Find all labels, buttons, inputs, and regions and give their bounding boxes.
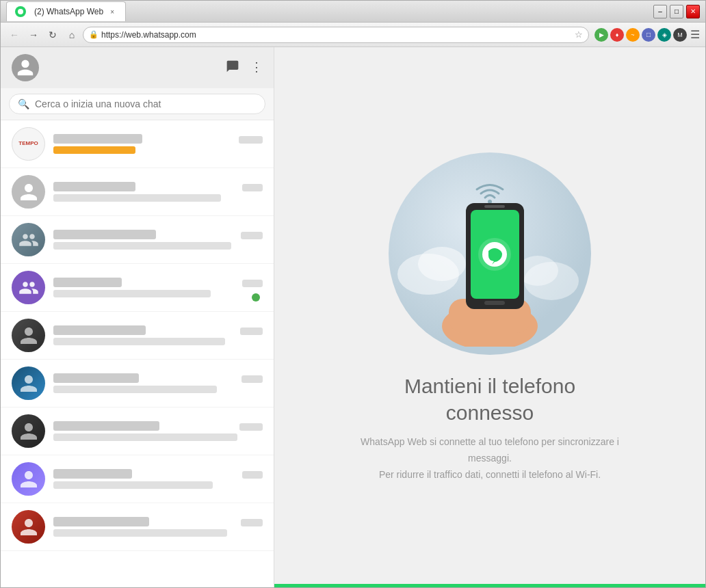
chat-name	[53, 278, 122, 287]
chat-item[interactable]	[1, 503, 274, 551]
chat-info	[53, 230, 263, 250]
search-bar: 🔍	[1, 88, 274, 120]
back-button[interactable]: ←	[6, 27, 23, 43]
chat-avatar	[12, 510, 45, 544]
browser-tab[interactable]: (2) WhatsApp Web ×	[6, 1, 126, 21]
search-icon: 🔍	[18, 98, 29, 109]
sidebar: ⋮ 🔍 TEMPO	[1, 47, 274, 587]
nav-extensions: ▶ ♦ ~ □ ◈ M ☰	[594, 28, 700, 42]
chat-time	[242, 184, 263, 191]
ext-btn-3[interactable]: ~	[626, 28, 640, 42]
chat-avatar	[12, 319, 45, 352]
chat-info	[53, 421, 263, 441]
ext-btn-4[interactable]: □	[642, 28, 655, 42]
chat-avatar	[12, 414, 45, 448]
chat-avatar	[12, 223, 45, 256]
chat-item[interactable]	[1, 312, 274, 360]
chat-avatar	[12, 462, 45, 496]
search-input[interactable]	[35, 98, 257, 109]
main-subtitle: WhatsApp Web si connette al tuo telefono…	[339, 434, 640, 483]
chat-time	[242, 280, 263, 287]
chat-info	[53, 278, 263, 297]
nav-bar: ← → ↻ ⌂ 🔒 https://web.whatsapp.com ☆ ▶ ♦…	[1, 23, 705, 47]
chat-avatar	[12, 175, 45, 209]
title-bar: (2) WhatsApp Web × – □ ✕	[1, 1, 705, 23]
ext-btn-6[interactable]: M	[673, 28, 687, 42]
ssl-lock-icon: 🔒	[89, 30, 99, 39]
chat-time	[240, 328, 263, 335]
chat-name	[53, 421, 159, 431]
chat-info	[53, 134, 263, 154]
chat-preview	[53, 338, 225, 345]
new-chat-icon[interactable]	[226, 59, 239, 77]
chat-preview	[53, 194, 221, 202]
main-title: Mantieni il telefono connesso	[404, 373, 575, 426]
chat-preview	[53, 242, 231, 250]
chat-time	[242, 471, 263, 479]
chat-preview	[53, 386, 217, 393]
svg-rect-14	[484, 301, 505, 305]
menu-icon[interactable]: ⋮	[250, 59, 263, 77]
chat-avatar: TEMPO	[12, 127, 45, 161]
chat-name	[53, 230, 156, 239]
forward-button[interactable]: →	[25, 27, 42, 43]
address-text: https://web.whatsapp.com	[101, 30, 572, 40]
close-button[interactable]: ✕	[686, 5, 700, 18]
chat-item[interactable]	[1, 264, 274, 312]
browser-menu-button[interactable]: ☰	[690, 28, 700, 41]
maximize-button[interactable]: □	[670, 5, 683, 18]
chat-info	[53, 469, 263, 489]
chat-item[interactable]: TEMPO	[1, 120, 274, 168]
chat-preview	[53, 146, 135, 154]
ext-btn-1[interactable]: ▶	[594, 28, 608, 42]
chat-preview	[53, 433, 237, 441]
chat-name	[53, 469, 132, 479]
chat-preview	[53, 529, 227, 537]
minimize-button[interactable]: –	[653, 5, 667, 18]
chat-name	[53, 134, 142, 144]
tab-close-button[interactable]: ×	[107, 7, 117, 16]
chat-item[interactable]	[1, 216, 274, 264]
chat-info	[53, 517, 263, 537]
chat-avatar	[12, 366, 45, 400]
header-icons: ⋮	[226, 59, 263, 77]
user-avatar[interactable]	[12, 54, 39, 81]
browser-window: (2) WhatsApp Web × – □ ✕ ← → ↻ ⌂ 🔒 https…	[0, 0, 706, 588]
chat-name	[53, 325, 146, 335]
illustration-container	[387, 151, 592, 356]
app-container: ⋮ 🔍 TEMPO	[1, 47, 705, 587]
main-panel: Mantieni il telefono connesso WhatsApp W…	[274, 47, 705, 587]
bookmark-icon[interactable]: ☆	[575, 29, 583, 40]
chat-time	[239, 136, 263, 144]
ext-btn-2[interactable]: ♦	[610, 28, 624, 42]
chat-item[interactable]	[1, 407, 274, 455]
tab-title: (2) WhatsApp Web	[34, 7, 103, 16]
tab-favicon	[15, 6, 26, 17]
chat-preview	[53, 290, 211, 297]
search-input-wrap[interactable]: 🔍	[9, 94, 265, 114]
ext-btn-5[interactable]: ◈	[657, 28, 671, 42]
window-controls: – □ ✕	[653, 5, 700, 18]
chat-name	[53, 373, 139, 383]
bottom-bar	[274, 584, 705, 587]
home-button[interactable]: ⌂	[64, 27, 80, 43]
chat-time	[241, 375, 263, 383]
address-bar[interactable]: 🔒 https://web.whatsapp.com ☆	[83, 27, 589, 43]
reload-button[interactable]: ↻	[44, 27, 61, 43]
chat-time	[239, 423, 263, 431]
sidebar-header: ⋮	[1, 47, 274, 88]
chat-item[interactable]	[1, 168, 274, 216]
chat-time	[241, 232, 263, 239]
chat-avatar	[12, 271, 45, 304]
chat-time	[241, 519, 263, 526]
chat-info	[53, 373, 263, 393]
svg-rect-13	[484, 205, 505, 208]
chat-list: TEMPO	[1, 120, 274, 587]
chat-item[interactable]	[1, 360, 274, 407]
chat-info	[53, 325, 263, 345]
online-indicator	[252, 293, 260, 302]
chat-name	[53, 182, 135, 191]
chat-preview	[53, 481, 213, 489]
chat-name	[53, 517, 149, 526]
chat-item[interactable]	[1, 455, 274, 503]
